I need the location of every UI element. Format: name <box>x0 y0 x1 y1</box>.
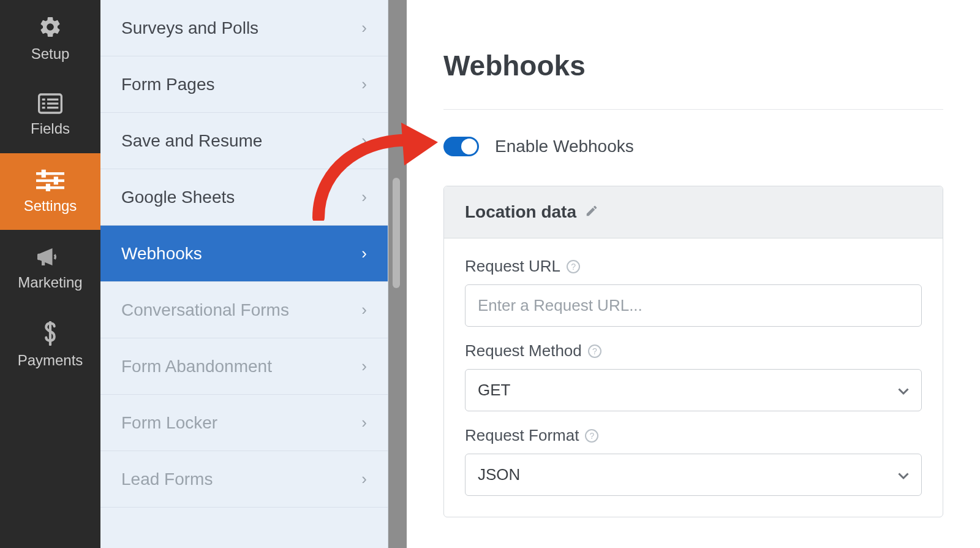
webhook-settings-card: Location data Request URL ? <box>443 186 943 517</box>
chevron-right-icon: › <box>361 188 367 207</box>
settings-item-conversational-forms[interactable]: Conversational Forms › <box>100 282 388 338</box>
field-label-text: Request Method <box>465 341 582 360</box>
enable-webhooks-toggle[interactable] <box>443 137 479 156</box>
request-format-label: Request Format ? <box>465 426 922 445</box>
select-value: JSON <box>478 465 520 484</box>
chevron-right-icon: › <box>361 413 367 432</box>
sidebar-label: Marketing <box>18 274 82 291</box>
sidebar-label: Payments <box>18 352 83 369</box>
svg-rect-8 <box>36 179 64 181</box>
chevron-right-icon: › <box>361 244 367 263</box>
settings-item-form-abandonment[interactable]: Form Abandonment › <box>100 338 388 395</box>
request-method-select[interactable]: GET <box>465 369 922 411</box>
request-format-select[interactable]: JSON <box>465 454 922 496</box>
chevron-right-icon: › <box>361 131 367 150</box>
request-url-label: Request URL ? <box>465 257 922 276</box>
request-url-input[interactable] <box>465 284 922 327</box>
request-url-field: Request URL ? <box>465 257 922 327</box>
pencil-icon[interactable] <box>585 202 598 222</box>
main-content: Webhooks Enable Webhooks Location data <box>388 0 980 548</box>
svg-rect-10 <box>42 169 46 177</box>
svg-rect-11 <box>54 177 58 185</box>
settings-item-label: Surveys and Polls <box>121 18 258 38</box>
enable-webhooks-row: Enable Webhooks <box>443 137 943 156</box>
svg-rect-6 <box>47 107 58 108</box>
chevron-right-icon: › <box>361 18 367 37</box>
dollar-icon <box>42 321 58 346</box>
svg-rect-5 <box>42 107 45 108</box>
field-label-text: Request Format <box>465 426 579 445</box>
settings-sidebar: Surveys and Polls › Form Pages › Save an… <box>100 0 388 548</box>
help-icon[interactable]: ? <box>588 344 601 358</box>
chevron-right-icon: › <box>361 300 367 319</box>
chevron-right-icon: › <box>361 357 367 376</box>
webhooks-panel: Webhooks Enable Webhooks Location data <box>407 0 980 548</box>
toggle-knob <box>461 139 477 154</box>
bullhorn-icon <box>37 246 63 268</box>
settings-item-form-locker[interactable]: Form Locker › <box>100 395 388 451</box>
svg-rect-7 <box>36 172 64 175</box>
webhook-setting-title: Location data <box>465 202 576 222</box>
select-value: GET <box>478 381 510 400</box>
sidebar-item-marketing[interactable]: Marketing <box>0 230 100 306</box>
chevron-right-icon: › <box>361 75 367 94</box>
settings-item-label: Lead Forms <box>121 470 213 489</box>
request-method-field: Request Method ? GET <box>465 341 922 411</box>
help-icon[interactable]: ? <box>567 260 580 273</box>
settings-item-save-and-resume[interactable]: Save and Resume › <box>100 113 388 169</box>
field-label-text: Request URL <box>465 257 560 276</box>
sidebar-item-payments[interactable]: Payments <box>0 306 100 383</box>
sidebar-item-settings[interactable]: Settings <box>0 153 100 230</box>
gear-icon <box>38 15 62 39</box>
chevron-down-icon <box>898 465 909 484</box>
settings-item-label: Webhooks <box>121 244 202 264</box>
scrollbar[interactable] <box>393 178 400 288</box>
settings-item-label: Form Abandonment <box>121 357 272 376</box>
svg-rect-2 <box>47 98 58 100</box>
enable-webhooks-label: Enable Webhooks <box>495 137 634 156</box>
webhook-settings-body: Request URL ? Request Method ? GET <box>444 238 943 517</box>
svg-rect-14 <box>42 260 45 265</box>
sidebar-label: Settings <box>24 197 77 215</box>
settings-item-label: Conversational Forms <box>121 300 289 320</box>
list-icon <box>38 93 62 114</box>
settings-item-lead-forms[interactable]: Lead Forms › <box>100 451 388 508</box>
sidebar-label: Fields <box>31 120 70 137</box>
sidebar-label: Setup <box>31 45 70 63</box>
settings-item-label: Save and Resume <box>121 131 262 151</box>
svg-rect-12 <box>46 183 50 191</box>
svg-rect-1 <box>42 98 45 100</box>
settings-item-form-pages[interactable]: Form Pages › <box>100 56 388 113</box>
icon-sidebar: Setup Fields Settings Marketing Payments <box>0 0 100 548</box>
settings-item-label: Form Pages <box>121 75 215 94</box>
svg-rect-13 <box>37 253 40 260</box>
webhook-settings-header: Location data <box>444 186 943 238</box>
settings-item-label: Form Locker <box>121 413 217 433</box>
svg-rect-4 <box>47 102 58 104</box>
settings-item-google-sheets[interactable]: Google Sheets › <box>100 169 388 226</box>
sidebar-item-fields[interactable]: Fields <box>0 77 100 153</box>
settings-item-webhooks[interactable]: Webhooks › <box>100 226 388 282</box>
request-format-field: Request Format ? JSON <box>465 426 922 496</box>
sliders-icon <box>36 169 64 191</box>
settings-item-label: Google Sheets <box>121 188 235 207</box>
sidebar-item-setup[interactable]: Setup <box>0 0 100 77</box>
page-title: Webhooks <box>443 49 943 82</box>
svg-rect-3 <box>42 102 45 104</box>
chevron-down-icon <box>898 381 909 400</box>
chevron-right-icon: › <box>361 470 367 489</box>
settings-item-surveys-and-polls[interactable]: Surveys and Polls › <box>100 0 388 56</box>
help-icon[interactable]: ? <box>585 429 598 443</box>
request-method-label: Request Method ? <box>465 341 922 360</box>
divider <box>443 109 943 110</box>
